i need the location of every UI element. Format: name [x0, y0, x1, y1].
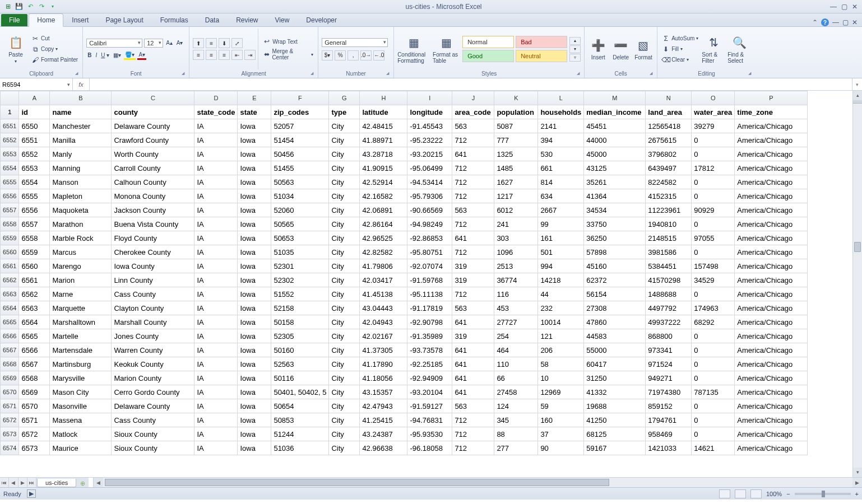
cell[interactable]: Manson [50, 175, 112, 189]
cell[interactable]: 6012 [494, 203, 538, 217]
cell[interactable]: Iowa [238, 301, 271, 315]
cell[interactable]: 42.06891 [360, 203, 407, 217]
sheet-nav-prev[interactable]: ◀ [9, 478, 18, 487]
row-header[interactable]: 6552 [1, 133, 19, 147]
cell[interactable]: 39279 [692, 119, 735, 133]
cell[interactable]: Marysville [50, 371, 112, 385]
cell[interactable]: 319 [452, 273, 494, 287]
cell[interactable]: Linn County [112, 273, 194, 287]
cell[interactable]: 6439497 [646, 161, 692, 175]
cell[interactable]: 49937222 [646, 315, 692, 329]
restore-button[interactable]: ▢ [841, 3, 847, 11]
cell[interactable]: 50563 [271, 175, 329, 189]
cell[interactable]: -93.20215 [407, 147, 452, 161]
zoom-slider[interactable] [795, 493, 851, 495]
cell[interactable]: 44583 [584, 329, 646, 343]
cell[interactable]: -92.90798 [407, 315, 452, 329]
cell[interactable]: Iowa [238, 427, 271, 441]
cell[interactable]: America/Chicago [735, 357, 808, 371]
cell[interactable]: 0 [692, 357, 735, 371]
cell[interactable]: 56154 [584, 287, 646, 301]
align-bottom-button[interactable]: ⬇ [219, 38, 230, 48]
cell[interactable]: 51244 [271, 427, 329, 441]
cell[interactable]: America/Chicago [735, 371, 808, 385]
tab-page-layout[interactable]: Page Layout [97, 13, 151, 26]
format-cells-button[interactable]: ▧Format [633, 29, 654, 69]
comma-button[interactable]: , [347, 50, 359, 60]
conditional-formatting-button[interactable]: ▦Conditional Formatting [397, 29, 430, 69]
column-header[interactable]: H [360, 91, 407, 105]
cell[interactable]: 52158 [271, 301, 329, 315]
cell[interactable]: households [538, 105, 584, 119]
cell[interactable]: IA [194, 161, 238, 175]
row-header[interactable]: 6559 [1, 231, 19, 245]
cell[interactable]: City [329, 287, 360, 301]
cell[interactable]: 42.03417 [360, 273, 407, 287]
cell[interactable]: Marion [50, 273, 112, 287]
cell[interactable]: population [494, 105, 538, 119]
cell[interactable]: zip_codes [271, 105, 329, 119]
worksheet-grid[interactable]: ABCDEFGHIJKLMNOP1idnamecountystate_codes… [0, 91, 862, 477]
cell[interactable]: 41.88971 [360, 133, 407, 147]
cell[interactable]: Maquoketa [50, 203, 112, 217]
cell[interactable]: latitude [360, 105, 407, 119]
cell[interactable]: IA [194, 427, 238, 441]
column-header[interactable]: F [271, 91, 329, 105]
cell[interactable]: 41.90915 [360, 161, 407, 175]
cell[interactable]: 241 [494, 217, 538, 231]
fill-color-button[interactable]: 🪣▾ [124, 51, 136, 60]
font-color-button[interactable]: A▾ [137, 51, 146, 60]
cell[interactable]: Clayton County [112, 301, 194, 315]
shrink-font-button[interactable]: A▾ [175, 39, 184, 46]
cell[interactable]: 41332 [584, 385, 646, 399]
cell[interactable]: 52301 [271, 259, 329, 273]
column-header[interactable]: N [646, 91, 692, 105]
cell[interactable]: 42.82582 [360, 245, 407, 259]
border-button[interactable]: ▦▾ [112, 52, 122, 59]
cell[interactable]: 453 [494, 301, 538, 315]
align-top-button[interactable]: ⬆ [193, 38, 204, 48]
column-header[interactable] [1, 91, 19, 105]
cell[interactable]: Iowa [238, 161, 271, 175]
cell[interactable]: 41.18056 [360, 371, 407, 385]
cell[interactable]: 161 [538, 231, 584, 245]
cell[interactable]: Iowa [238, 385, 271, 399]
tab-formulas[interactable]: Formulas [152, 13, 197, 26]
cell[interactable]: Marion County [112, 371, 194, 385]
cell[interactable]: 50565 [271, 217, 329, 231]
name-box[interactable] [0, 78, 73, 90]
cell[interactable]: 712 [452, 245, 494, 259]
cell[interactable]: 68292 [692, 315, 735, 329]
cell[interactable]: -95.06499 [407, 161, 452, 175]
cell[interactable]: 41.79806 [360, 259, 407, 273]
row-header[interactable]: 1 [1, 105, 19, 119]
cell[interactable]: 0 [692, 189, 735, 203]
cell[interactable]: Manning [50, 161, 112, 175]
cell[interactable]: 1488688 [646, 287, 692, 301]
cell[interactable]: 41570298 [646, 273, 692, 287]
cell[interactable]: 814 [538, 175, 584, 189]
cell[interactable]: 6550 [19, 119, 50, 133]
cell[interactable]: City [329, 245, 360, 259]
row-header[interactable]: 6555 [1, 175, 19, 189]
cell[interactable]: Cerro Gordo County [112, 385, 194, 399]
cell[interactable]: 712 [452, 287, 494, 301]
cell[interactable]: America/Chicago [735, 175, 808, 189]
cell[interactable]: 42.86164 [360, 217, 407, 231]
cell[interactable]: 6551 [19, 133, 50, 147]
find-select-button[interactable]: 🔍Find & Select [727, 29, 751, 69]
column-header[interactable]: B [50, 91, 112, 105]
cell[interactable]: Iowa [238, 371, 271, 385]
cell[interactable]: 27727 [494, 315, 538, 329]
tab-data[interactable]: Data [197, 13, 228, 26]
cell[interactable]: Floyd County [112, 231, 194, 245]
cell[interactable]: 41.17890 [360, 357, 407, 371]
cell[interactable]: America/Chicago [735, 427, 808, 441]
cell[interactable]: Mason City [50, 385, 112, 399]
cell[interactable]: America/Chicago [735, 147, 808, 161]
cell[interactable]: Marengo [50, 259, 112, 273]
format-painter-button[interactable]: 🖌Format Painter [30, 55, 79, 64]
row-header[interactable]: 6565 [1, 315, 19, 329]
cell[interactable]: 0 [692, 133, 735, 147]
cell[interactable]: America/Chicago [735, 343, 808, 357]
